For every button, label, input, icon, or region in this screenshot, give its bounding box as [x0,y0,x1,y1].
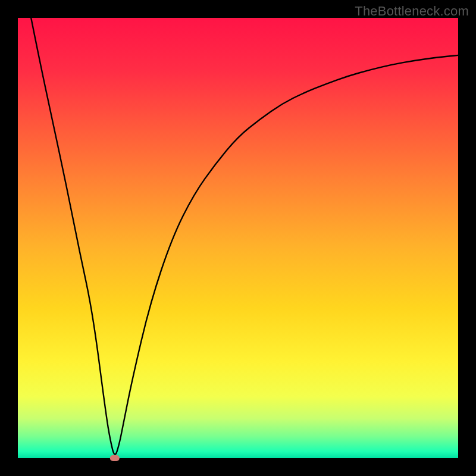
chart-canvas [0,0,476,476]
plot-background [18,18,458,458]
optimal-marker [110,455,120,461]
watermark-text: TheBottleneck.com [355,4,469,19]
chart-frame: TheBottleneck.com [0,0,476,476]
